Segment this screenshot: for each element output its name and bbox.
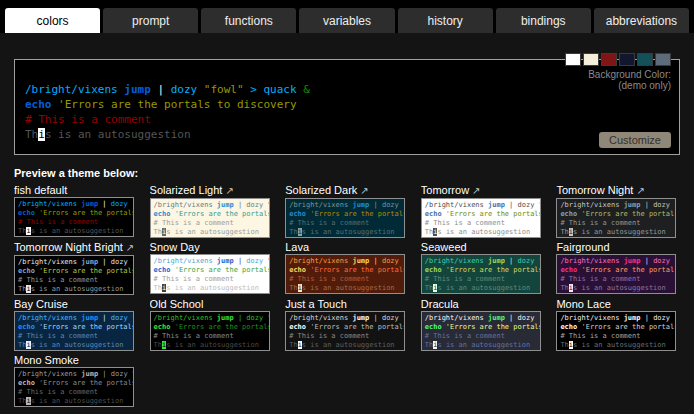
- theme-sample-line: # This is a comment: [289, 219, 401, 228]
- terminal-token: echo: [18, 267, 35, 275]
- theme-sample-line: # This is a comment: [560, 332, 672, 341]
- theme-terminal-preview[interactable]: /bright/vixens jump | dozy "echo 'Errors…: [421, 311, 541, 351]
- tab-history[interactable]: history: [398, 8, 493, 33]
- theme-fish-default[interactable]: fish default/bright/vixens jump | dozy "…: [14, 184, 138, 238]
- terminal-token: # This is a comment: [18, 218, 98, 226]
- external-link-icon[interactable]: ↗: [126, 242, 134, 253]
- customize-button[interactable]: Customize: [599, 132, 671, 148]
- theme-sample-line: echo 'Errors are the portals: [154, 266, 266, 275]
- terminal-token: # This is a comment: [289, 219, 369, 227]
- theme-sample-line: # This is a comment: [18, 218, 130, 227]
- terminal-token: |: [505, 201, 518, 209]
- external-link-icon[interactable]: ↗: [472, 185, 480, 196]
- theme-solarized-light[interactable]: Solarized Light↗/bright/vixens jump | do…: [150, 184, 274, 238]
- theme-terminal-preview[interactable]: /bright/vixens jump | dozy "echo 'Errors…: [14, 255, 134, 295]
- theme-sample-line: echo 'Errors are the portals: [18, 379, 130, 388]
- theme-terminal-preview[interactable]: /bright/vixens jump | dozy "echo 'Errors…: [150, 254, 270, 294]
- theme-just-a-touch[interactable]: Just a Touch/bright/vixens jump | dozy "…: [285, 298, 409, 351]
- theme-title: Just a Touch: [285, 298, 409, 310]
- terminal-token: dozy: [111, 370, 128, 378]
- terminal-token: |: [98, 200, 111, 208]
- theme-terminal-preview[interactable]: /bright/vixens jump | dozy "echo 'Errors…: [14, 311, 134, 351]
- theme-terminal-preview[interactable]: /bright/vixens jump | dozy "echo 'Errors…: [421, 198, 541, 238]
- theme-old-school[interactable]: Old School/bright/vixens jump | dozy "ec…: [150, 298, 274, 351]
- terminal-token: Th: [289, 284, 297, 292]
- external-link-icon[interactable]: ↗: [225, 185, 233, 196]
- terminal-token: |: [234, 257, 247, 265]
- theme-sample-line: echo 'Errors are the portals: [425, 210, 537, 219]
- terminal-token: 'Errors are the portals: [306, 323, 405, 331]
- themes-heading: Preview a theme below:: [14, 167, 680, 179]
- theme-sample-line: This is an autosuggestion: [154, 341, 266, 350]
- theme-lava[interactable]: Lava/bright/vixens jump | dozy "echo 'Er…: [285, 241, 409, 295]
- theme-bay-cruise[interactable]: Bay Cruise/bright/vixens jump | dozy "ec…: [14, 298, 138, 351]
- terminal-token: /bright/vixens: [425, 201, 484, 209]
- theme-terminal-preview[interactable]: /bright/vixens jump | dozy "echo 'Errors…: [421, 254, 541, 294]
- theme-terminal-preview[interactable]: /bright/vixens jump | dozy "echo 'Errors…: [285, 254, 405, 294]
- external-link-icon[interactable]: ↗: [360, 185, 368, 196]
- terminal-token: 'Errors are the portals: [170, 323, 269, 331]
- bg-swatch-5[interactable]: [655, 53, 671, 66]
- tab-bindings[interactable]: bindings: [496, 8, 591, 33]
- theme-terminal-preview[interactable]: /bright/vixens jump | dozy "echo 'Errors…: [556, 254, 676, 294]
- bg-swatch-3[interactable]: [619, 53, 635, 66]
- theme-mono-smoke[interactable]: Mono Smoke/bright/vixens jump | dozy "ec…: [14, 354, 138, 407]
- tab-abbreviations[interactable]: abbreviations: [594, 8, 689, 33]
- theme-tomorrow-night[interactable]: Tomorrow Night↗/bright/vixens jump | doz…: [556, 184, 680, 238]
- terminal-token: echo: [25, 98, 52, 111]
- terminal-color-preview: Background Color: (demo only) /bright/vi…: [14, 59, 680, 155]
- theme-terminal-preview[interactable]: /bright/vixens jump | dozy "echo 'Errors…: [285, 198, 405, 238]
- terminal-token: ": [403, 201, 405, 209]
- theme-tomorrow[interactable]: Tomorrow↗/bright/vixens jump | dozy "ech…: [421, 184, 545, 238]
- theme-solarized-dark[interactable]: Solarized Dark↗/bright/vixens jump | doz…: [285, 184, 409, 238]
- theme-seaweed[interactable]: Seaweed/bright/vixens jump | dozy "echo …: [421, 241, 545, 295]
- theme-sample-line: /bright/vixens jump | dozy ": [560, 314, 672, 323]
- theme-terminal-preview[interactable]: /bright/vixens jump | dozy "echo 'Errors…: [14, 197, 134, 237]
- terminal-token: # This is a comment: [425, 332, 505, 340]
- theme-terminal-preview[interactable]: /bright/vixens jump | dozy "echo 'Errors…: [556, 311, 676, 351]
- external-link-icon[interactable]: ↗: [636, 185, 644, 196]
- background-color-label: Background Color:: [565, 69, 671, 80]
- theme-title: Seaweed: [421, 241, 545, 253]
- theme-dracula[interactable]: Dracula/bright/vixens jump | dozy "echo …: [421, 298, 545, 351]
- theme-mono-lace[interactable]: Mono Lace/bright/vixens jump | dozy "ech…: [556, 298, 680, 351]
- theme-sample-line: /bright/vixens jump | dozy ": [18, 258, 130, 267]
- terminal-token: jump: [81, 200, 98, 208]
- theme-terminal-preview[interactable]: /bright/vixens jump | dozy "echo 'Errors…: [285, 311, 405, 351]
- theme-title: Dracula: [421, 298, 545, 310]
- theme-title: Snow Day: [150, 241, 274, 253]
- theme-sample-line: This is an autosuggestion: [289, 284, 401, 293]
- bg-swatch-2[interactable]: [601, 53, 617, 66]
- tab-colors[interactable]: colors: [5, 8, 100, 33]
- theme-terminal-preview[interactable]: /bright/vixens jump | dozy "echo 'Errors…: [150, 311, 270, 351]
- terminal-token: /bright/vixens: [425, 257, 484, 265]
- theme-fairground[interactable]: Fairground/bright/vixens jump | dozy "ec…: [556, 241, 680, 295]
- theme-terminal-preview[interactable]: /bright/vixens jump | dozy "echo 'Errors…: [14, 367, 134, 407]
- terminal-token: ": [267, 257, 269, 265]
- theme-snow-day[interactable]: Snow Day/bright/vixens jump | dozy "echo…: [150, 241, 274, 295]
- theme-terminal-preview[interactable]: /bright/vixens jump | dozy "echo 'Errors…: [556, 198, 676, 238]
- bg-swatch-0[interactable]: [565, 53, 581, 66]
- tab-prompt[interactable]: prompt: [103, 8, 198, 33]
- theme-sample-line: This is an autosuggestion: [560, 341, 672, 350]
- theme-sample-line: This is an autosuggestion: [560, 284, 672, 293]
- theme-title: Tomorrow Night↗: [556, 184, 680, 197]
- theme-tomorrow-night-bright[interactable]: Tomorrow Night Bright↗/bright/vixens jum…: [14, 241, 138, 295]
- terminal-token: Th: [154, 341, 162, 349]
- theme-terminal-preview[interactable]: /bright/vixens jump | dozy "echo 'Errors…: [150, 198, 270, 238]
- terminal-token: /bright/vixens: [154, 201, 213, 209]
- tab-functions[interactable]: functions: [201, 8, 296, 33]
- bg-swatch-1[interactable]: [583, 53, 599, 66]
- terminal-token: echo: [154, 210, 171, 218]
- tab-variables[interactable]: variables: [299, 8, 394, 33]
- bg-swatch-4[interactable]: [637, 53, 653, 66]
- terminal-token: quack: [263, 83, 296, 96]
- terminal-token: Th: [560, 341, 568, 349]
- terminal-token: # This is a comment: [18, 276, 98, 284]
- terminal-token: echo: [560, 266, 577, 274]
- terminal-line: This is an autosuggestion: [25, 127, 669, 142]
- cursor-block: i: [38, 128, 45, 141]
- theme-sample-line: /bright/vixens jump | dozy ": [560, 257, 672, 266]
- terminal-token: s is an autosuggestion: [31, 227, 124, 235]
- theme-sample-line: This is an autosuggestion: [18, 397, 130, 406]
